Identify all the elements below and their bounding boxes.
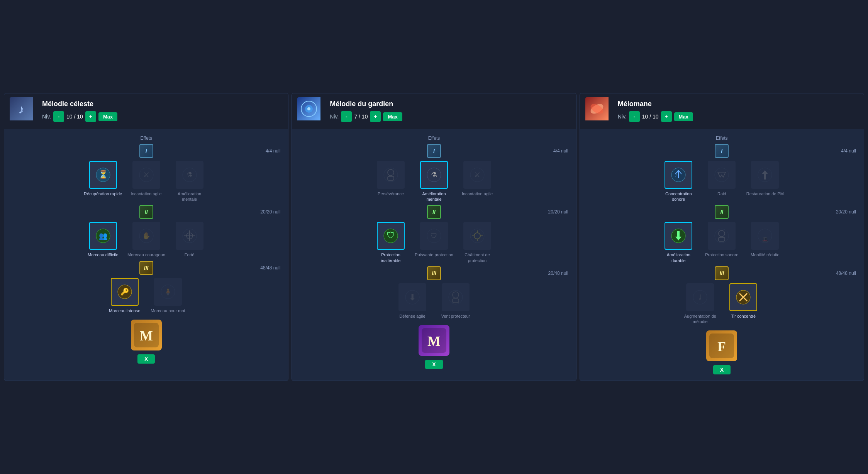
- skill-item[interactable]: 👥 Morceau difficile: [84, 222, 122, 257]
- skill-icon: [176, 222, 203, 250]
- skill-icon: [708, 222, 736, 250]
- tier-header-III: III48/48 null: [12, 261, 280, 275]
- skill-name: Défense agile: [399, 313, 425, 319]
- svg-text:⚔: ⚔: [143, 171, 149, 179]
- skill-item[interactable]: Vent protecteur: [436, 283, 475, 319]
- btn-level-minus[interactable]: -: [629, 111, 640, 122]
- skills-row: ⏳ Récupération rapide ⚔ Incantation agil…: [12, 161, 280, 202]
- skill-item[interactable]: ⚔ Incantation agile: [458, 161, 497, 202]
- btn-level-plus[interactable]: +: [661, 111, 672, 122]
- rune-section: M X: [300, 325, 568, 369]
- skill-icon: [751, 161, 779, 189]
- skill-icon: 🛡: [420, 222, 448, 250]
- tier-header-I: I4/4 null: [588, 144, 856, 158]
- skill-item[interactable]: 🛡 Puissante protection: [415, 222, 453, 263]
- svg-text:M: M: [140, 328, 153, 344]
- skill-item[interactable]: 🎩 Mobilité réduite: [746, 222, 784, 263]
- level-value: 10 / 10: [642, 113, 659, 120]
- skills-row: Amélioration durable Protection sonore 🎩…: [588, 222, 856, 263]
- tier-badge-III: III: [427, 266, 441, 280]
- skill-item[interactable]: Restauration de PM: [746, 161, 784, 202]
- effets-label: Effets: [12, 135, 280, 141]
- btn-level-minus[interactable]: -: [53, 111, 64, 122]
- skill-item[interactable]: Forté: [170, 222, 209, 257]
- skill-icon: ⚔: [132, 161, 160, 189]
- panel-title: Mélomane: [618, 100, 858, 108]
- tier-points: 4/4 null: [841, 148, 856, 154]
- btn-x[interactable]: X: [713, 365, 731, 374]
- svg-text:⚗: ⚗: [186, 171, 193, 179]
- skill-item[interactable]: Châtiment de protection: [458, 222, 497, 263]
- skills-row: Persévérance ⚗ Amélioration mentale ⚔ In…: [300, 161, 568, 202]
- tier-points: 20/20 null: [836, 209, 856, 215]
- skill-item[interactable]: ⚗ Amélioration mentale: [415, 161, 453, 202]
- skill-icon: [729, 283, 757, 311]
- skill-item[interactable]: 🧍 Morceau pour moi: [149, 278, 187, 313]
- skill-name: Morceau pour moi: [151, 308, 185, 313]
- skills-row: 👥 Morceau difficile ✋ Morceau courageux …: [12, 222, 280, 257]
- effets-label: Effets: [588, 135, 856, 141]
- skill-item[interactable]: ⚔ Incantation agile: [127, 161, 166, 202]
- skill-item[interactable]: Protection sonore: [702, 222, 741, 263]
- btn-max[interactable]: Max: [674, 112, 693, 121]
- level-row: Niv.-10 / 10+Max: [618, 111, 858, 122]
- skill-icon: [708, 161, 736, 189]
- level-value: 10 / 10: [66, 113, 83, 120]
- skill-item[interactable]: Concentration sonore: [659, 161, 698, 202]
- svg-point-61: [715, 229, 729, 243]
- panel-body: EffetsI4/4 null ⏳ Récupération rapide ⚔ …: [4, 129, 288, 370]
- rune-icon[interactable]: M: [131, 320, 162, 350]
- skill-item[interactable]: ♩ Augmentation de mélodie: [681, 283, 719, 325]
- svg-point-26: [384, 168, 398, 182]
- btn-max[interactable]: Max: [383, 112, 402, 121]
- skill-item[interactable]: 🔑 Morceau intense: [105, 278, 144, 313]
- skill-item[interactable]: ⬇ Défense agile: [393, 283, 432, 319]
- skill-name: Raid: [717, 191, 726, 196]
- skill-item[interactable]: ⏳ Récupération rapide: [84, 161, 122, 202]
- svg-text:👥: 👥: [99, 232, 108, 240]
- btn-level-plus[interactable]: +: [370, 111, 381, 122]
- level-label: Niv.: [42, 113, 51, 120]
- tier-badge-II: II: [427, 205, 441, 219]
- skills-row: Concentration sonore Raid Restauration d…: [588, 161, 856, 202]
- rune-icon[interactable]: M: [419, 325, 449, 356]
- skill-name: Incantation agile: [462, 191, 493, 196]
- btn-x[interactable]: X: [137, 354, 155, 364]
- tier-header-II: II20/20 null: [588, 205, 856, 219]
- skill-item[interactable]: 🛡 Protection inaltérable: [371, 222, 410, 263]
- btn-level-minus[interactable]: -: [341, 111, 352, 122]
- tier-header-II: II20/20 null: [12, 205, 280, 219]
- panel-header-melomane: MélomaneNiv.-10 / 10+Max: [580, 93, 864, 129]
- panel-title: Mélodie du gardien: [330, 100, 570, 108]
- skill-icon: 🎩: [751, 222, 779, 250]
- skill-item[interactable]: Tir concentré: [724, 283, 763, 325]
- svg-text:⚗: ⚗: [431, 171, 437, 179]
- skill-name: Forté: [185, 252, 195, 257]
- btn-x[interactable]: X: [425, 360, 442, 369]
- skill-name: Tir concentré: [731, 313, 756, 319]
- btn-level-plus[interactable]: +: [85, 111, 96, 122]
- skill-item[interactable]: ⚗ Amélioration mentale: [170, 161, 209, 202]
- tier-badge-II: II: [715, 205, 729, 219]
- skill-item[interactable]: ✋ Morceau courageux: [127, 222, 166, 257]
- svg-text:F: F: [717, 339, 726, 354]
- skill-name: Morceau difficile: [88, 252, 118, 257]
- tier-header-III: III48/48 null: [588, 266, 856, 280]
- skill-name: Puissante protection: [415, 252, 453, 257]
- skill-item[interactable]: Amélioration durable: [659, 222, 698, 263]
- btn-max[interactable]: Max: [98, 112, 117, 121]
- skill-item[interactable]: Raid: [702, 161, 741, 202]
- svg-text:⬇: ⬇: [409, 293, 416, 302]
- skill-icon: ⚔: [463, 161, 491, 189]
- skill-name: Amélioration durable: [659, 252, 698, 263]
- tier-points: 4/4 null: [266, 148, 281, 154]
- effets-label: Effets: [300, 135, 568, 141]
- skills-row: ⬇ Défense agile Vent protecteur: [300, 283, 568, 319]
- rune-icon[interactable]: F: [706, 330, 737, 361]
- svg-text:🛡: 🛡: [387, 230, 395, 240]
- skill-name: Amélioration mentale: [170, 191, 209, 202]
- panel-header-melodie-celeste: ♪ Mélodie célesteNiv.-10 / 10+Max: [4, 93, 288, 129]
- skill-item[interactable]: Persévérance: [371, 161, 410, 202]
- skill-name: Persévérance: [378, 191, 404, 196]
- skills-row: 🔑 Morceau intense 🧍 Morceau pour moi: [12, 278, 280, 313]
